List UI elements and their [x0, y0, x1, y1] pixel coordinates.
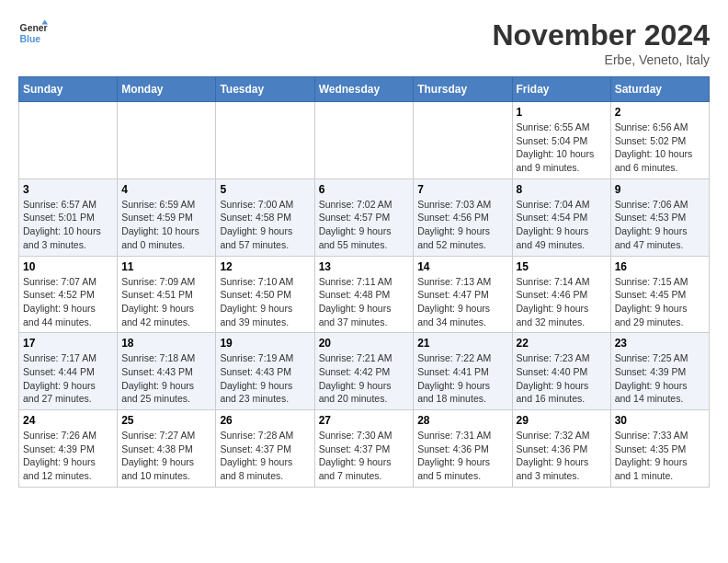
day-number: 16	[615, 260, 705, 273]
week-row: 10Sunrise: 7:07 AM Sunset: 4:52 PM Dayli…	[19, 256, 710, 333]
day-info: Sunrise: 7:02 AM Sunset: 4:57 PM Dayligh…	[319, 198, 410, 252]
day-info: Sunrise: 7:33 AM Sunset: 4:35 PM Dayligh…	[615, 429, 705, 483]
day-number: 3	[23, 183, 113, 196]
day-info: Sunrise: 7:25 AM Sunset: 4:39 PM Dayligh…	[615, 351, 705, 406]
calendar-cell	[414, 102, 512, 179]
calendar-cell	[19, 102, 118, 179]
day-number: 7	[417, 183, 507, 196]
day-number: 22	[517, 337, 607, 350]
calendar-cell: 23Sunrise: 7:25 AM Sunset: 4:39 PM Dayli…	[610, 333, 709, 410]
calendar-cell: 6Sunrise: 7:02 AM Sunset: 4:57 PM Daylig…	[314, 178, 414, 256]
calendar-cell: 29Sunrise: 7:32 AM Sunset: 4:36 PM Dayli…	[512, 410, 610, 488]
calendar-cell: 16Sunrise: 7:15 AM Sunset: 4:45 PM Dayli…	[610, 256, 709, 333]
calendar-cell: 5Sunrise: 7:00 AM Sunset: 4:58 PM Daylig…	[216, 178, 314, 256]
day-number: 19	[220, 337, 310, 350]
day-info: Sunrise: 7:19 AM Sunset: 4:43 PM Dayligh…	[220, 351, 310, 406]
day-number: 20	[319, 337, 410, 350]
day-number: 17	[23, 337, 113, 350]
day-info: Sunrise: 6:57 AM Sunset: 5:01 PM Dayligh…	[23, 198, 113, 252]
calendar-cell: 28Sunrise: 7:31 AM Sunset: 4:36 PM Dayli…	[414, 410, 512, 488]
day-info: Sunrise: 7:32 AM Sunset: 4:36 PM Dayligh…	[517, 429, 607, 483]
day-number: 29	[517, 414, 607, 427]
calendar-cell: 11Sunrise: 7:09 AM Sunset: 4:51 PM Dayli…	[118, 256, 216, 333]
day-info: Sunrise: 7:09 AM Sunset: 4:51 PM Dayligh…	[121, 275, 211, 329]
day-info: Sunrise: 7:23 AM Sunset: 4:40 PM Dayligh…	[517, 351, 607, 406]
day-number: 21	[417, 337, 507, 350]
week-row: 24Sunrise: 7:26 AM Sunset: 4:39 PM Dayli…	[19, 410, 710, 488]
day-number: 18	[121, 337, 211, 350]
day-info: Sunrise: 7:18 AM Sunset: 4:43 PM Dayligh…	[121, 351, 211, 406]
day-info: Sunrise: 7:27 AM Sunset: 4:38 PM Dayligh…	[121, 429, 211, 483]
calendar-cell: 14Sunrise: 7:13 AM Sunset: 4:47 PM Dayli…	[414, 256, 512, 333]
logo: General Blue	[18, 18, 48, 48]
location: Erbe, Veneto, Italy	[492, 52, 710, 67]
day-number: 9	[615, 183, 705, 196]
week-row: 17Sunrise: 7:17 AM Sunset: 4:44 PM Dayli…	[19, 333, 710, 410]
calendar-cell: 3Sunrise: 6:57 AM Sunset: 5:01 PM Daylig…	[19, 178, 118, 256]
column-header-monday: Monday	[118, 77, 216, 102]
day-info: Sunrise: 7:31 AM Sunset: 4:36 PM Dayligh…	[417, 429, 507, 483]
day-number: 8	[517, 183, 607, 196]
calendar-cell: 25Sunrise: 7:27 AM Sunset: 4:38 PM Dayli…	[118, 410, 216, 488]
day-number: 26	[220, 414, 310, 427]
day-info: Sunrise: 7:21 AM Sunset: 4:42 PM Dayligh…	[319, 351, 410, 406]
day-info: Sunrise: 7:17 AM Sunset: 4:44 PM Dayligh…	[23, 351, 113, 406]
day-info: Sunrise: 7:06 AM Sunset: 4:53 PM Dayligh…	[615, 198, 705, 252]
day-number: 4	[121, 183, 211, 196]
calendar-cell: 20Sunrise: 7:21 AM Sunset: 4:42 PM Dayli…	[314, 333, 414, 410]
day-number: 14	[417, 260, 507, 273]
header-row: SundayMondayTuesdayWednesdayThursdayFrid…	[19, 77, 710, 102]
calendar-cell: 7Sunrise: 7:03 AM Sunset: 4:56 PM Daylig…	[414, 178, 512, 256]
day-number: 12	[220, 260, 310, 273]
day-number: 5	[220, 183, 310, 196]
calendar-cell: 13Sunrise: 7:11 AM Sunset: 4:48 PM Dayli…	[314, 256, 414, 333]
calendar-cell	[216, 102, 314, 179]
day-info: Sunrise: 7:14 AM Sunset: 4:46 PM Dayligh…	[517, 275, 607, 329]
calendar-cell: 4Sunrise: 6:59 AM Sunset: 4:59 PM Daylig…	[118, 178, 216, 256]
day-info: Sunrise: 7:03 AM Sunset: 4:56 PM Dayligh…	[417, 198, 507, 252]
column-header-tuesday: Tuesday	[216, 77, 314, 102]
day-info: Sunrise: 6:56 AM Sunset: 5:02 PM Dayligh…	[615, 121, 705, 175]
day-info: Sunrise: 7:04 AM Sunset: 4:54 PM Dayligh…	[517, 198, 607, 252]
week-row: 1Sunrise: 6:55 AM Sunset: 5:04 PM Daylig…	[19, 102, 710, 179]
week-row: 3Sunrise: 6:57 AM Sunset: 5:01 PM Daylig…	[19, 178, 710, 256]
calendar-cell: 8Sunrise: 7:04 AM Sunset: 4:54 PM Daylig…	[512, 178, 610, 256]
day-number: 28	[417, 414, 507, 427]
column-header-wednesday: Wednesday	[314, 77, 414, 102]
calendar-cell: 10Sunrise: 7:07 AM Sunset: 4:52 PM Dayli…	[19, 256, 118, 333]
day-info: Sunrise: 6:55 AM Sunset: 5:04 PM Dayligh…	[517, 121, 607, 175]
day-number: 30	[615, 414, 705, 427]
column-header-saturday: Saturday	[610, 77, 709, 102]
calendar-cell: 1Sunrise: 6:55 AM Sunset: 5:04 PM Daylig…	[512, 102, 610, 179]
calendar-cell: 21Sunrise: 7:22 AM Sunset: 4:41 PM Dayli…	[414, 333, 512, 410]
calendar-cell: 22Sunrise: 7:23 AM Sunset: 4:40 PM Dayli…	[512, 333, 610, 410]
page-header: General Blue November 2024 Erbe, Veneto,…	[18, 18, 710, 67]
day-number: 15	[517, 260, 607, 273]
day-info: Sunrise: 7:22 AM Sunset: 4:41 PM Dayligh…	[417, 351, 507, 406]
calendar-cell: 9Sunrise: 7:06 AM Sunset: 4:53 PM Daylig…	[610, 178, 709, 256]
calendar-cell: 24Sunrise: 7:26 AM Sunset: 4:39 PM Dayli…	[19, 410, 118, 488]
day-number: 2	[615, 106, 705, 119]
calendar-cell: 2Sunrise: 6:56 AM Sunset: 5:02 PM Daylig…	[610, 102, 709, 179]
svg-text:Blue: Blue	[20, 34, 41, 44]
day-info: Sunrise: 7:10 AM Sunset: 4:50 PM Dayligh…	[220, 275, 310, 329]
day-info: Sunrise: 7:26 AM Sunset: 4:39 PM Dayligh…	[23, 429, 113, 483]
day-number: 24	[23, 414, 113, 427]
day-info: Sunrise: 7:15 AM Sunset: 4:45 PM Dayligh…	[615, 275, 705, 329]
column-header-friday: Friday	[512, 77, 610, 102]
day-number: 6	[319, 183, 410, 196]
day-number: 10	[23, 260, 113, 273]
column-header-thursday: Thursday	[414, 77, 512, 102]
svg-marker-2	[42, 20, 48, 25]
title-block: November 2024 Erbe, Veneto, Italy	[492, 18, 710, 67]
day-info: Sunrise: 7:28 AM Sunset: 4:37 PM Dayligh…	[220, 429, 310, 483]
calendar-cell	[314, 102, 414, 179]
day-number: 1	[517, 106, 607, 119]
day-number: 27	[319, 414, 410, 427]
day-info: Sunrise: 7:11 AM Sunset: 4:48 PM Dayligh…	[319, 275, 410, 329]
day-info: Sunrise: 7:30 AM Sunset: 4:37 PM Dayligh…	[319, 429, 410, 483]
calendar-cell: 30Sunrise: 7:33 AM Sunset: 4:35 PM Dayli…	[610, 410, 709, 488]
day-info: Sunrise: 6:59 AM Sunset: 4:59 PM Dayligh…	[121, 198, 211, 252]
calendar-cell: 15Sunrise: 7:14 AM Sunset: 4:46 PM Dayli…	[512, 256, 610, 333]
day-number: 23	[615, 337, 705, 350]
